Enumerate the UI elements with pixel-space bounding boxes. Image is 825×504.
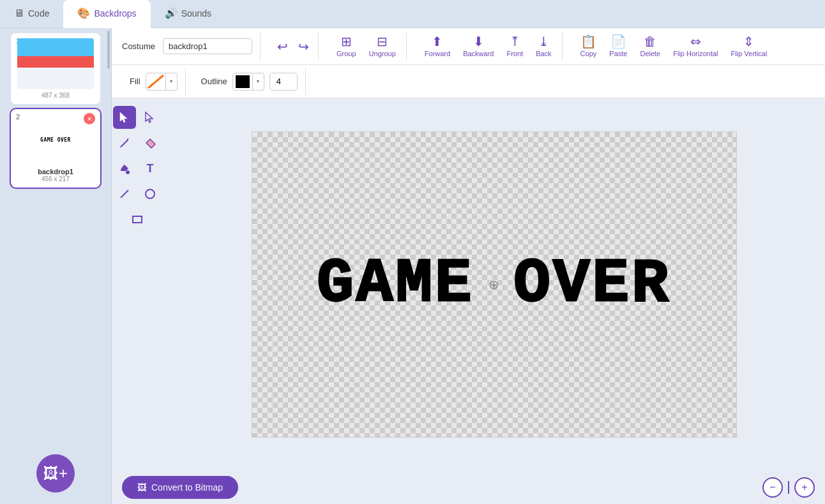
tools-panel: T [112,98,163,471]
tool-row-5 [126,208,149,231]
tab-backdrops-label: Backdrops [94,8,136,19]
toolbar-row2: Fill ▾ Outline [112,65,825,98]
flip-h-label: Flip Horizontal [673,50,718,57]
add-backdrop-icon: 🖼+ [43,464,68,482]
group-button[interactable]: ⊞ Group [331,33,361,60]
front-icon: ⤒ [510,35,520,48]
add-backdrop-button[interactable]: 🖼+ [36,454,75,493]
tool-subselect[interactable] [139,106,162,129]
flip-horizontal-button[interactable]: ⇔ Flip Horizontal [668,33,723,60]
tabs-bar: 🖥 Code 🎨 Backdrops 🔊 Sounds [0,0,825,28]
tool-brush[interactable] [113,131,136,154]
delete-label: Delete [640,50,660,57]
paste-icon: 📄 [610,35,626,48]
costume-thumbnail-1 [17,38,94,89]
edit-section: 📋 Copy 📄 Paste 🗑 Delete ⇔ Flip Horizonta… [570,33,778,61]
zoom-in-icon: + [801,482,807,493]
paste-label: Paste [609,50,627,57]
svg-line-8 [121,190,128,198]
svg-marker-4 [120,112,127,122]
convert-to-bitmap-button[interactable]: 🖼 Convert to Bitmap [122,476,238,499]
convert-label: Convert to Bitmap [151,482,223,493]
fill-dropdown[interactable]: ▾ [166,73,178,91]
outline-label: Outline [201,77,227,86]
back-label: Back [536,50,551,57]
outline-color-swatch[interactable] [232,73,253,91]
ungroup-label: Ungroup [369,50,396,57]
zoom-out-button[interactable]: − [762,477,783,498]
canvas-container: GAME OVER ⊕ [163,98,825,471]
costume-preview-1 [17,38,94,89]
costume-size-2: 456 x 217 [42,175,70,182]
costume-name-input[interactable] [163,38,252,54]
tool-row-4 [113,182,162,205]
fill-section: Fill ▾ [122,68,186,96]
costume-name-2: backdrop1 [38,168,73,175]
copy-button[interactable]: 📋 Copy [575,33,602,60]
outline-color-control: ▾ [232,73,264,91]
outline-value-input[interactable] [269,73,298,91]
canvas-checker: GAME OVER ⊕ [252,132,736,437]
tool-eraser[interactable] [139,131,162,154]
flip-h-icon: ⇔ [690,35,701,48]
flip-v-icon: ⇕ [743,35,754,48]
zoom-controls: − + [762,477,815,498]
tab-sounds[interactable]: 🔊 Sounds [151,0,225,28]
backdrops-icon: 🎨 [77,7,90,19]
tab-code[interactable]: 🖥 Code [0,0,63,28]
back-icon: ⤓ [538,35,549,48]
group-icon: ⊞ [341,35,352,48]
tool-select[interactable] [113,106,136,129]
canvas-game-over-text: GAME OVER [317,254,670,315]
costume-preview-2: GAME OVER [17,114,94,165]
svg-point-7 [126,170,130,174]
tool-text[interactable]: T [139,157,162,180]
front-label: Front [506,50,523,57]
delete-button[interactable]: 🗑 Delete [635,33,665,60]
front-button[interactable]: ⤒ Front [501,33,528,60]
back-button[interactable]: ⤓ Back [531,33,556,60]
ungroup-button[interactable]: ⊟ Ungroup [364,33,401,60]
forward-icon: ⬆ [432,35,443,48]
undo-button[interactable]: ↩ [273,35,292,58]
backward-button[interactable]: ⬇ Backward [458,33,499,60]
outline-color-preview [234,74,252,89]
canvas-area[interactable]: GAME OVER ⊕ [163,98,825,471]
zoom-in-button[interactable]: + [794,477,815,498]
costume-thumbnail-2: GAME OVER [17,114,94,165]
sidebar-scrollbar[interactable] [107,31,110,69]
toolbar-row1: Costume ↩ ↪ ⊞ Group ⊟ Ungroup [112,28,825,65]
svg-marker-6 [146,139,155,148]
redo-button[interactable]: ↪ [294,35,313,58]
costume-item-2[interactable]: 2 ✕ GAME OVER backdrop1 456 x 217 [11,109,100,188]
outline-section: Outline ▾ [193,68,306,96]
tool-line[interactable] [113,182,136,205]
tab-backdrops[interactable]: 🎨 Backdrops [63,0,150,28]
forward-label: Forward [425,50,450,57]
paste-button[interactable]: 📄 Paste [604,33,632,60]
tool-row-1 [113,106,162,129]
flip-vertical-button[interactable]: ⇕ Flip Vertical [726,33,773,60]
copy-label: Copy [580,50,597,57]
costume-item-1[interactable]: 1 487 x 368 [11,33,100,104]
fill-color-control: ▾ [146,73,178,91]
svg-rect-3 [236,75,250,88]
bottom-bar: 🖼 Convert to Bitmap − + [112,471,825,504]
tool-fill[interactable] [113,157,136,180]
main-area: 1 487 x 368 2 ✕ GAME OVER backdrop1 456 … [0,28,825,504]
costume-delete-2[interactable]: ✕ [84,113,95,124]
svg-rect-10 [133,216,142,223]
tool-circle[interactable] [139,182,162,205]
tool-rect[interactable] [126,208,149,231]
backward-icon: ⬇ [473,35,484,48]
canvas-frame[interactable]: GAME OVER ⊕ [252,131,737,438]
code-icon: 🖥 [14,8,24,19]
convert-icon: 🖼 [137,482,146,493]
outline-dropdown[interactable]: ▾ [253,73,264,91]
delete-icon: 🗑 [644,35,656,48]
costume-label: Costume [122,41,155,51]
fill-color-swatch[interactable] [146,73,166,91]
svg-point-9 [146,189,155,198]
forward-button[interactable]: ⬆ Forward [420,33,455,60]
sidebar: 1 487 x 368 2 ✕ GAME OVER backdrop1 456 … [0,28,112,504]
